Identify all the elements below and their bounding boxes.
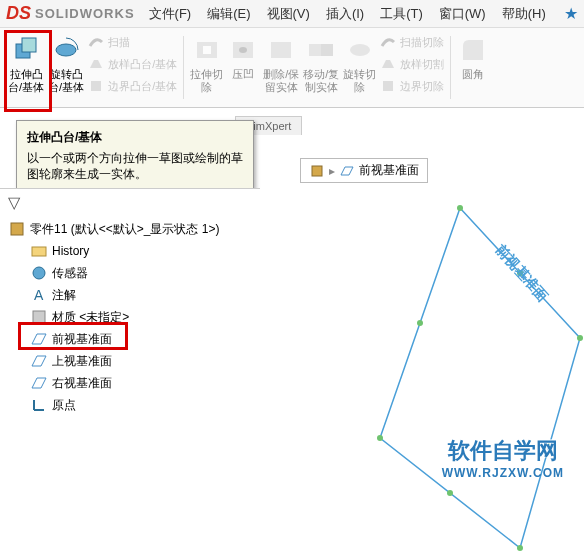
feature-tree: 零件11 (默认<<默认>_显示状态 1>) History 传感器 A 注解 … [0,216,260,418]
folder-icon [30,242,48,260]
fillet-button[interactable]: 圆角 [455,32,491,103]
tooltip-title: 拉伸凸台/基体 [27,129,243,146]
sweep-cut-icon [380,34,396,50]
svg-rect-14 [11,223,23,235]
revolve-label: 旋转凸台/基体 [48,68,84,94]
plane-icon [30,374,48,392]
svg-rect-12 [383,81,393,91]
cut-revolve-icon [344,34,376,66]
cut-revolve-button[interactable]: 旋转切除 [341,32,378,103]
plane-label-3d: 前视基准面 [492,241,551,304]
highlight-extrude [4,30,52,112]
svg-point-11 [350,44,370,56]
tree-root[interactable]: 零件11 (默认<<默认>_显示状态 1>) [8,218,252,240]
plane-icon [339,163,355,179]
menu-insert[interactable]: 插入(I) [326,5,364,23]
delete-keep-button[interactable]: 删除/保留实体 [261,32,301,103]
menu-help[interactable]: 帮助(H) [502,5,546,23]
svg-point-25 [547,440,553,446]
svg-point-16 [33,267,45,279]
boundary-cut-icon [380,78,396,94]
svg-rect-15 [32,247,46,256]
svg-point-7 [239,47,247,53]
loft-cut-icon [380,56,396,72]
boundary-icon [88,78,104,94]
svg-point-20 [577,335,583,341]
svg-rect-9 [309,44,321,56]
move-copy-button[interactable]: 移动/复制实体 [301,32,341,103]
svg-rect-13 [312,166,322,176]
svg-point-2 [56,44,76,56]
part-icon [8,220,26,238]
ribbon-toolbar: 拉伸凸台/基体 旋转凸台/基体 扫描 放样凸台/基体 边界凸台/基体 拉伸切除 … [0,28,584,108]
annotation-icon: A [30,286,48,304]
tree-right-plane[interactable]: 右视基准面 [8,372,252,394]
tree-top-plane[interactable]: 上视基准面 [8,350,252,372]
tooltip-body: 以一个或两个方向拉伸一草图或绘制的草图轮廓来生成一实体。 [27,150,243,182]
tree-annotations[interactable]: A 注解 [8,284,252,306]
revolve-boss-button[interactable]: 旋转凸台/基体 [46,32,86,103]
svg-text:A: A [34,287,44,303]
breadcrumb-label: 前视基准面 [359,162,419,179]
svg-point-21 [517,545,523,551]
revolve-icon [50,34,82,66]
move-icon [305,34,337,66]
origin-icon [30,396,48,414]
sweep-button[interactable]: 扫描 [86,32,179,52]
menu-view[interactable]: 视图(V) [267,5,310,23]
cut-extrude-button[interactable]: 拉伸切除 [188,32,225,103]
menu-bar: 文件(F) 编辑(E) 视图(V) 插入(I) 工具(T) 窗口(W) 帮助(H… [149,5,546,23]
loft-cut-button[interactable]: 放样切割 [378,54,446,74]
logo-ds-icon: DS [6,3,31,24]
menu-tools[interactable]: 工具(T) [380,5,423,23]
loft-button[interactable]: 放样凸台/基体 [86,54,179,74]
highlight-front-plane [18,322,128,350]
plane-icon [30,352,48,370]
filter-icon[interactable]: ▽ [0,189,260,216]
hole-icon [227,34,259,66]
tree-origin[interactable]: 原点 [8,394,252,416]
fillet-icon [457,34,489,66]
menu-edit[interactable]: 编辑(E) [207,5,250,23]
graphics-viewport[interactable]: 前视基准面 [260,188,584,560]
title-bar: DS SOLIDWORKS 文件(F) 编辑(E) 视图(V) 插入(I) 工具… [0,0,584,28]
svg-rect-3 [91,81,101,91]
loft-icon [88,56,104,72]
sensor-icon [30,264,48,282]
svg-rect-5 [203,46,211,54]
tooltip-extrude: 拉伸凸台/基体 以一个或两个方向拉伸一草图或绘制的草图轮廓来生成一实体。 [16,120,254,191]
cut-extrude-icon [191,34,223,66]
app-logo: DS SOLIDWORKS [6,3,135,24]
sweep-cut-button[interactable]: 扫描切除 [378,32,446,52]
sweep-icon [88,34,104,50]
svg-rect-8 [271,42,291,58]
boundary-button[interactable]: 边界凸台/基体 [86,76,179,96]
hole-button[interactable]: 压凹 [225,32,261,103]
menu-file[interactable]: 文件(F) [149,5,192,23]
delete-icon [265,34,297,66]
tree-history[interactable]: History [8,240,252,262]
part-icon [309,163,325,179]
star-icon[interactable]: ★ [564,4,578,23]
svg-point-24 [417,320,423,326]
menu-window[interactable]: 窗口(W) [439,5,486,23]
breadcrumb[interactable]: ▸ 前视基准面 [300,158,428,183]
logo-text: SOLIDWORKS [35,6,135,21]
svg-rect-10 [321,44,333,56]
tree-sensors[interactable]: 传感器 [8,262,252,284]
boundary-cut-button[interactable]: 边界切除 [378,76,446,96]
svg-point-26 [447,490,453,496]
svg-point-19 [457,205,463,211]
svg-point-22 [377,435,383,441]
feature-manager-panel: ▽ 零件11 (默认<<默认>_显示状态 1>) History 传感器 A 注… [0,188,260,560]
